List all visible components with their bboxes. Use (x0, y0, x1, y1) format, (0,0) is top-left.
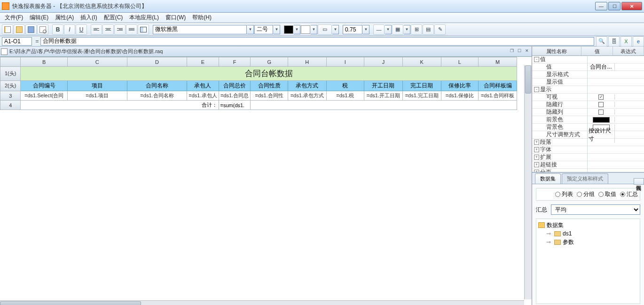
clear-button[interactable]: ✎ (434, 24, 446, 35)
data-cell[interactable]: =ds1.合同名称 (127, 91, 187, 101)
sum-label-cell[interactable]: 合计： (21, 101, 219, 110)
corner-cell[interactable] (0, 57, 21, 67)
tab-dataset[interactable]: 数据集 (535, 173, 561, 184)
font-name-dropdown[interactable]: ▼ (247, 25, 254, 34)
radio-summary[interactable]: 汇总 (620, 190, 638, 198)
prop-row[interactable]: 显示格式 (532, 71, 644, 78)
excel-button[interactable]: X (620, 36, 632, 47)
header-cell[interactable]: 合同样板编 (479, 81, 517, 91)
table-button[interactable]: ▤ (423, 24, 434, 35)
data-cell[interactable]: =ds1.保修比 (441, 91, 478, 101)
col-header[interactable]: C (67, 57, 127, 67)
prop-group[interactable]: +字体 (532, 146, 644, 154)
row-header[interactable]: 4 (0, 101, 21, 110)
props-side-tab[interactable]: 属性列表 (634, 178, 644, 185)
radio-value[interactable]: 取值 (598, 190, 616, 198)
magnify-button[interactable]: 🔍 (596, 36, 607, 47)
formula-input[interactable]: 合同台帐数据 (40, 37, 594, 46)
prop-row[interactable]: 值合同台... (532, 63, 644, 71)
horizontal-scrollbar[interactable] (0, 300, 524, 305)
backcolor-swatch[interactable] (301, 25, 310, 34)
col-header[interactable]: H (288, 57, 326, 67)
menu-file[interactable]: 文件(F) (2, 13, 26, 23)
ie-button[interactable]: e (633, 36, 644, 47)
cell-reference[interactable]: A1-O1 (2, 37, 32, 46)
data-cell[interactable]: =ds1.合同性 (251, 91, 288, 101)
bold-button[interactable]: B (52, 24, 63, 35)
align-justify-button[interactable] (126, 24, 137, 35)
col-header[interactable]: E (187, 57, 219, 67)
data-cell[interactable]: =ds1.税 (326, 91, 364, 101)
header-cell[interactable]: 合同总价 (219, 81, 251, 91)
prop-row[interactable]: 尺寸调整方式按设计尺寸 (532, 131, 644, 139)
menu-props[interactable]: 属性(A) (52, 13, 77, 23)
prop-row[interactable]: 显示值 (532, 78, 644, 86)
border-dropdown[interactable]: ▼ (332, 25, 339, 34)
prop-row[interactable]: 隐藏行 (532, 101, 644, 109)
col-header[interactable]: F (219, 57, 251, 67)
merge-button[interactable] (138, 24, 149, 35)
data-cell[interactable]: =ds1.开工日期 (364, 91, 403, 101)
grid4-button[interactable]: ⊞ (411, 24, 422, 35)
row-header[interactable]: 2(头) (0, 81, 21, 91)
props-tree[interactable]: -值值合同台...显示格式显示值-显示可视✓隐藏行隐藏列前景色背景色尺寸调整方式… (532, 56, 644, 172)
font-size-input[interactable] (254, 25, 273, 34)
document-tab[interactable]: E:\邦永产品\客户\华信\华信报表-潘\合同台帐数据\合同台帐数据.raq ❐… (0, 47, 532, 57)
scroll-thumb[interactable] (525, 65, 531, 94)
prop-row[interactable]: 隐藏列 (532, 109, 644, 116)
prop-group[interactable]: +分页 (532, 169, 644, 172)
report-title-cell[interactable]: 合同台帐数据 (21, 67, 517, 81)
tree-item[interactable]: ⊸ds1 (538, 229, 638, 238)
header-cell[interactable]: 完工日期 (402, 81, 441, 91)
header-cell[interactable]: 保修比率 (441, 81, 478, 91)
align-left-button[interactable] (91, 24, 102, 35)
radio-group[interactable]: 分组 (577, 190, 595, 198)
radio-list[interactable]: 列表 (555, 190, 573, 198)
zoom-input[interactable] (343, 25, 362, 34)
doc-max-button[interactable]: ☐ (516, 48, 523, 55)
vertical-scrollbar[interactable] (524, 65, 532, 299)
doc-close-button[interactable]: ✕ (523, 48, 531, 55)
data-cell[interactable]: =ds1.完工日期 (402, 91, 441, 101)
new-button[interactable] (2, 24, 13, 35)
save-button[interactable] (25, 24, 37, 35)
data-cell[interactable]: =ds1.承包人 (187, 91, 219, 101)
sum-formula-cell[interactable]: =sum(ds1. (219, 101, 251, 110)
prop-row[interactable]: 可视✓ (532, 94, 644, 101)
font-size-dropdown[interactable]: ▼ (274, 25, 280, 34)
empty-cell[interactable] (251, 101, 517, 110)
tab-predef[interactable]: 预定义格和样式 (562, 173, 608, 184)
header-cell[interactable]: 项目 (67, 81, 127, 91)
prop-row[interactable]: 前景色 (532, 116, 644, 124)
forecolor-swatch[interactable] (284, 25, 293, 34)
menu-insert[interactable]: 插入(I) (78, 13, 100, 23)
data-cell[interactable]: =ds1.Select(合同 (21, 91, 68, 101)
prop-group[interactable]: +超链接 (532, 161, 644, 169)
preview-button[interactable] (37, 24, 48, 35)
row-header[interactable]: 3 (0, 91, 21, 101)
prop-group[interactable]: -值 (532, 56, 644, 63)
col-header[interactable]: J (364, 57, 403, 67)
menu-config[interactable]: 配置(C) (101, 13, 126, 23)
prop-group[interactable]: +扩展 (532, 154, 644, 161)
db-button[interactable]: 🗄 (608, 36, 620, 47)
chart-dropdown[interactable]: ▼ (404, 25, 410, 34)
maximize-button[interactable]: ☐ (608, 2, 620, 10)
align-right-button[interactable] (114, 24, 126, 35)
data-cell[interactable]: =ds1.合同总 (219, 91, 251, 101)
backcolor-dropdown[interactable]: ▼ (311, 25, 317, 34)
header-cell[interactable]: 合同名称 (127, 81, 187, 91)
tree-root[interactable]: 数据集 (538, 221, 638, 229)
row-header[interactable]: 1(头) (0, 67, 21, 81)
col-header[interactable]: D (127, 57, 187, 67)
header-cell[interactable]: 合同性质 (251, 81, 288, 91)
underline-button[interactable]: U (76, 24, 87, 35)
col-header[interactable]: I (326, 57, 364, 67)
prop-group[interactable]: -显示 (532, 86, 644, 94)
menu-edit[interactable]: 编辑(E) (27, 13, 51, 23)
header-cell[interactable]: 承包人 (187, 81, 219, 91)
minimize-button[interactable]: — (595, 2, 607, 10)
scroll-thumb[interactable] (0, 301, 141, 305)
hline-dropdown[interactable]: ▼ (385, 25, 392, 34)
menu-local[interactable]: 本地应用(L) (126, 13, 162, 23)
